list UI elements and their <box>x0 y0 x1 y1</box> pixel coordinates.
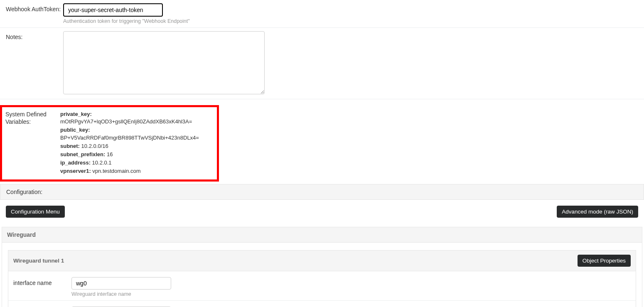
system-defined-variables-label: System Defined Variables: <box>5 111 60 176</box>
configuration-header: Configuration: <box>0 184 644 200</box>
webhook-authtoken-help: Authentication token for triggering "Web… <box>63 18 638 24</box>
interface-name-input[interactable] <box>71 277 171 290</box>
wireguard-panel: Wireguard Wireguard tunnel 1 Object Prop… <box>2 227 642 307</box>
system-defined-variables-box: System Defined Variables: private_key: m… <box>0 105 219 182</box>
interface-name-label: interface name <box>13 277 71 286</box>
notes-label: Notes: <box>6 31 63 40</box>
wireguard-tunnel-panel: Wireguard tunnel 1 Object Properties int… <box>8 250 636 307</box>
object-properties-button[interactable]: Object Properties <box>578 255 631 267</box>
wireguard-panel-title: Wireguard <box>2 227 642 243</box>
notes-textarea[interactable] <box>63 31 265 94</box>
system-defined-variables-list: private_key: mOtRPgvYA7+lqOD3+gsllQEnIj8… <box>60 111 214 176</box>
wireguard-tunnel-title: Wireguard tunnel 1 <box>13 258 64 264</box>
configuration-menu-button[interactable]: Configuration Menu <box>6 206 65 218</box>
interface-name-help: Wireguard interface name <box>71 291 631 297</box>
webhook-authtoken-input[interactable] <box>63 3 163 17</box>
webhook-authtoken-label: Webhook AuthToken: <box>6 3 63 12</box>
advanced-mode-button[interactable]: Advanced mode (raw JSON) <box>557 206 638 218</box>
